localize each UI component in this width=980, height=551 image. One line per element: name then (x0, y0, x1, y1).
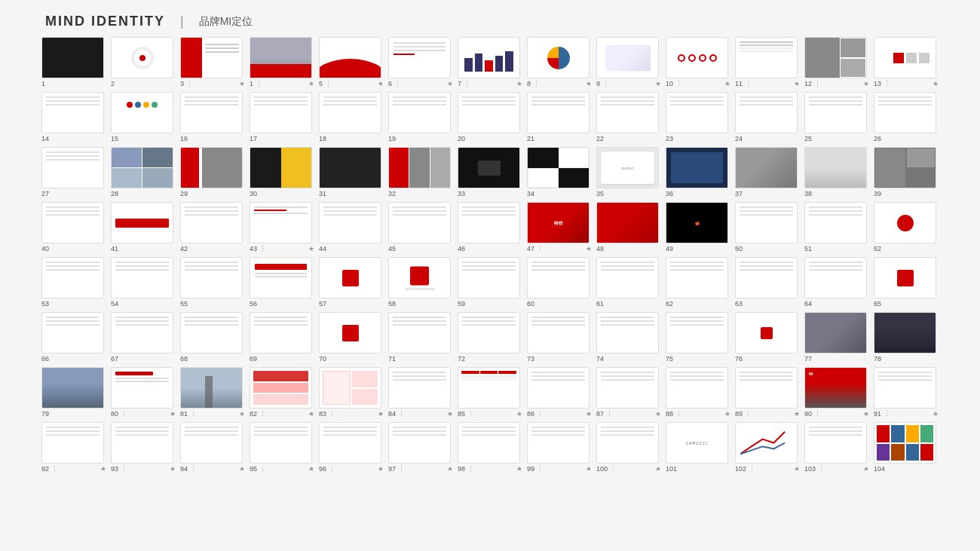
menu-icon[interactable]: ⋮ (606, 410, 613, 418)
menu-icon[interactable]: ⋮ (537, 245, 544, 253)
menu-icon[interactable]: ⋮ (259, 245, 266, 253)
slide-item[interactable]: 89⋮★ (735, 367, 800, 418)
menu-icon[interactable]: ⋮ (51, 465, 58, 473)
menu-icon[interactable]: ⋮ (745, 410, 752, 418)
star-icon[interactable]: ★ (447, 410, 453, 418)
slide-item[interactable]: 70 (319, 312, 384, 363)
slide-item[interactable]: 103⋮★ (804, 422, 869, 473)
slide-item[interactable]: 54 (111, 257, 176, 308)
star-icon[interactable]: ★ (655, 465, 661, 473)
star-icon[interactable]: ★ (655, 80, 661, 87)
slide-item[interactable]: 65 (874, 257, 939, 308)
slide-item[interactable]: 🍎49 (666, 202, 730, 253)
star-icon[interactable]: ★ (378, 80, 384, 87)
menu-icon[interactable]: ⋮ (533, 80, 540, 87)
slide-item[interactable]: 10⋮★ (666, 37, 730, 87)
slide-item[interactable]: 74 (596, 312, 661, 363)
slide-item[interactable]: 91⋮★ (874, 367, 939, 418)
star-icon[interactable]: ★ (516, 465, 522, 473)
slide-item[interactable]: 85⋮★ (458, 367, 522, 418)
menu-icon[interactable]: ⋮ (325, 80, 332, 87)
slide-item[interactable]: 63 (735, 257, 800, 308)
slide-item[interactable]: 76 (735, 312, 800, 363)
slide-item[interactable]: 31 (319, 147, 384, 197)
menu-icon[interactable]: ⋮ (398, 465, 405, 473)
menu-icon[interactable]: ⋮ (675, 80, 682, 87)
slide-item[interactable]: 23 (666, 92, 730, 142)
menu-icon[interactable]: ⋮ (398, 410, 405, 418)
slide-item[interactable]: 71 (388, 312, 453, 363)
menu-icon[interactable]: ⋮ (745, 80, 752, 87)
slide-item[interactable]: 32 (388, 147, 453, 197)
menu-icon[interactable]: ⋮ (610, 465, 617, 473)
slide-item[interactable]: 56 (250, 257, 314, 308)
slide-item[interactable]: 40 (41, 202, 106, 253)
star-icon[interactable]: ★ (170, 465, 176, 473)
slide-item[interactable]: 42 (180, 202, 245, 253)
slide-item[interactable]: 59 (458, 257, 522, 308)
star-icon[interactable]: ★ (794, 465, 800, 473)
slide-item[interactable]: 24 (735, 92, 800, 142)
slide-item[interactable]: 3⋮★ (180, 37, 245, 87)
slide-item[interactable]: 41 (111, 202, 176, 253)
slide-item[interactable]: 39 (874, 147, 939, 197)
menu-icon[interactable]: ⋮ (329, 465, 335, 473)
slide-item[interactable]: 94⋮★ (180, 422, 245, 473)
slide-item[interactable]: 98⋮★ (458, 422, 522, 473)
slide-item[interactable]: 44 (319, 202, 384, 253)
star-icon[interactable]: ★ (863, 465, 869, 473)
star-icon[interactable]: ★ (933, 80, 939, 87)
menu-icon[interactable]: ⋮ (259, 410, 266, 418)
slide-item[interactable]: 43⋮★ (250, 202, 314, 253)
star-icon[interactable]: ★ (378, 410, 384, 418)
slide-item[interactable]: 95⋮★ (250, 422, 314, 473)
slide-item[interactable]: 17 (250, 92, 314, 142)
star-icon[interactable]: ★ (724, 80, 730, 87)
menu-icon[interactable]: ⋮ (818, 465, 825, 473)
menu-icon[interactable]: ⋮ (121, 465, 127, 473)
star-icon[interactable]: ★ (586, 410, 592, 418)
star-icon[interactable]: ★ (239, 410, 245, 418)
slide-item[interactable]: 27 (41, 147, 106, 197)
slide-item[interactable]: 22 (596, 92, 661, 142)
menu-icon[interactable]: ⋮ (467, 410, 474, 418)
slide-item[interactable]: 37 (735, 147, 800, 197)
slide-item[interactable]: 7⋮★ (458, 37, 522, 87)
slide-item[interactable]: 51 (804, 202, 869, 253)
slide-item[interactable]: 11⋮★ (735, 37, 800, 87)
slide-item[interactable]: 19 (388, 92, 453, 142)
star-icon[interactable]: ★ (655, 410, 661, 418)
slide-item[interactable]: 88⋮★ (666, 367, 730, 418)
slide-item[interactable]: 特价47⋮★ (527, 202, 592, 253)
menu-icon[interactable]: ⋮ (259, 465, 266, 473)
menu-icon[interactable]: ⋮ (329, 410, 335, 418)
star-icon[interactable]: ★ (447, 465, 453, 473)
slide-item[interactable]: 58 (388, 257, 453, 308)
slide-item[interactable]: 97⋮★ (388, 422, 453, 473)
slide-item[interactable]: 87⋮★ (596, 367, 661, 418)
star-icon[interactable]: ★ (308, 410, 314, 418)
slide-item[interactable]: 30 (250, 147, 314, 197)
slide-item[interactable]: 26 (874, 92, 939, 142)
menu-icon[interactable]: ⋮ (394, 80, 401, 87)
star-icon[interactable]: ★ (170, 410, 176, 418)
slide-item[interactable]: 60 (527, 257, 592, 308)
slide-item[interactable]: 78 (874, 312, 939, 363)
menu-icon[interactable]: ⋮ (602, 80, 609, 87)
slide-item[interactable]: 5⋮★ (319, 37, 384, 87)
star-icon[interactable]: ★ (794, 410, 800, 418)
menu-icon[interactable]: ⋮ (464, 80, 470, 87)
slide-item[interactable]: 16 (180, 92, 245, 142)
slide-item[interactable]: 69 (250, 312, 314, 363)
slide-item[interactable]: 81⋮★ (180, 367, 245, 418)
menu-icon[interactable]: ⋮ (749, 465, 755, 473)
slide-item[interactable]: 34 (527, 147, 592, 197)
star-icon[interactable]: ★ (516, 80, 522, 87)
slide-item[interactable]: 29 (180, 147, 245, 197)
star-icon[interactable]: ★ (308, 80, 314, 87)
slide-item[interactable]: 86⋮★ (527, 367, 592, 418)
slide-item[interactable]: 18 (319, 92, 384, 142)
slide-item[interactable]: 92⋮★ (41, 422, 106, 473)
slide-item[interactable]: 15 (111, 92, 176, 142)
menu-icon[interactable]: ⋮ (814, 410, 821, 418)
